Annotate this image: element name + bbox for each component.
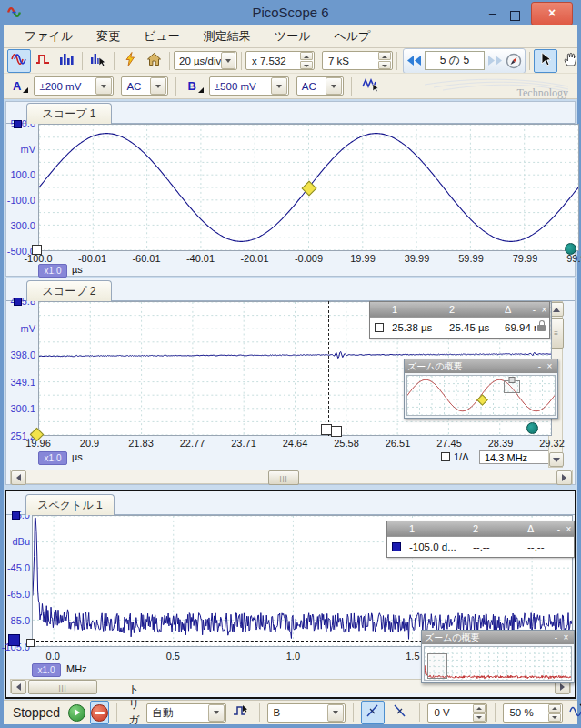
start-capture-button[interactable]: [67, 701, 86, 724]
spin-down-icon[interactable]: [378, 61, 391, 69]
spectrum-view-button[interactable]: [55, 49, 78, 73]
minimize-icon[interactable]: -: [529, 305, 539, 315]
channel-a-ruler-handle[interactable]: [14, 120, 22, 128]
channel-a-menu-arrow[interactable]: [23, 87, 28, 93]
hscroll-thumb[interactable]: |||: [268, 470, 299, 485]
next-buffer-icon[interactable]: [487, 55, 503, 66]
spin-up-icon[interactable]: [548, 704, 561, 713]
timebase-select[interactable]: 20 µs/div: [174, 51, 237, 70]
channel-b-menu-arrow[interactable]: [198, 87, 204, 93]
time-cursor-2-handle[interactable]: [331, 426, 342, 437]
buffer-position[interactable]: 5 の 5: [425, 51, 485, 70]
pointer-tool-button[interactable]: [534, 49, 557, 73]
channel-b-label[interactable]: B: [187, 79, 195, 93]
close-button[interactable]: ×: [531, 2, 573, 25]
channel-b-ruler-handle[interactable]: [12, 511, 20, 520]
scroll-down-button[interactable]: [549, 452, 564, 467]
zoom-region-rect[interactable]: [427, 653, 447, 679]
minimize-icon[interactable]: -: [551, 632, 561, 642]
channel-a-ruler-handle[interactable]: [14, 298, 22, 306]
channel-b-coupling-select[interactable]: AC: [296, 76, 344, 96]
channel-b-range-select[interactable]: ±500 mV: [209, 76, 289, 96]
spectrum-measurement-overlay[interactable]: 1 2 Δ - × -105.0 d... --.-- --.--: [386, 521, 575, 558]
zoom-region-rect[interactable]: [504, 380, 520, 393]
close-icon[interactable]: ×: [545, 361, 555, 371]
signal-generator-button[interactable]: [359, 75, 383, 98]
trigger-level-spinner[interactable]: 0 V: [427, 703, 487, 723]
hand-tool-button[interactable]: [557, 49, 577, 73]
menu-help[interactable]: ヘルプ: [322, 28, 382, 45]
maximize-button[interactable]: [506, 3, 526, 23]
tab-spectrum1[interactable]: スペクトル 1: [25, 494, 115, 515]
channel-a-coupling-select[interactable]: AC: [121, 76, 168, 96]
spectrum-zoom-badge[interactable]: x1.0: [32, 663, 61, 677]
menu-file[interactable]: ファイル: [13, 28, 85, 45]
auto-setup-button[interactable]: [118, 49, 142, 73]
time-cursor-2[interactable]: [336, 301, 336, 436]
scope-view-button[interactable]: [7, 49, 31, 73]
time-cursor-1[interactable]: [328, 301, 329, 436]
minimize-icon[interactable]: -: [554, 524, 564, 534]
minimize-icon[interactable]: -: [535, 361, 545, 371]
spin-up-icon[interactable]: [473, 704, 486, 713]
menu-tools[interactable]: ツール: [263, 28, 323, 45]
minimize-button[interactable]: –: [483, 3, 503, 23]
sample-count-spinner[interactable]: 7 kS: [322, 51, 393, 70]
scope2-zoom-overview-window[interactable]: ズームの概要 - ×: [404, 359, 558, 419]
chevron-down-icon[interactable]: [150, 77, 166, 95]
spin-down-icon[interactable]: [300, 61, 313, 69]
tab-scope2[interactable]: スコープ 2: [26, 280, 112, 301]
trigger-mode-select[interactable]: 自動: [146, 703, 226, 723]
amplitude-ruler-handle[interactable]: [8, 634, 20, 646]
spin-down-icon[interactable]: [548, 713, 561, 722]
prev-buffer-icon[interactable]: [406, 55, 422, 66]
menu-view[interactable]: ビュー: [132, 28, 192, 45]
pretrigger-spinner[interactable]: 50 %: [503, 703, 563, 723]
end-of-buffer-marker[interactable]: [526, 422, 538, 434]
chevron-down-icon[interactable]: [271, 77, 287, 95]
zoom-factor-spinner[interactable]: x 7.532: [245, 51, 315, 70]
scope2-zoom-badge[interactable]: x1.0: [38, 451, 67, 465]
close-icon[interactable]: ×: [561, 632, 571, 642]
channel-a-range-select[interactable]: ±200 mV: [34, 76, 114, 96]
trigger-source-select[interactable]: B: [267, 703, 346, 723]
chevron-down-icon[interactable]: [208, 704, 225, 722]
end-of-buffer-marker[interactable]: [565, 243, 576, 255]
titlebar[interactable]: PicoScope 6 – ×: [0, 0, 581, 25]
menu-edit[interactable]: 変更: [85, 28, 132, 45]
overview-plot[interactable]: [424, 646, 572, 681]
chevron-down-icon[interactable]: [326, 77, 342, 95]
rising-edge-button[interactable]: [361, 701, 385, 724]
custom-view-button[interactable]: [86, 49, 110, 73]
scope2-hscrollbar[interactable]: |||: [10, 470, 573, 484]
lock-icon[interactable]: [536, 325, 549, 331]
spin-down-icon[interactable]: [473, 713, 486, 722]
spin-up-icon[interactable]: [300, 52, 313, 60]
buffer-overview-icon[interactable]: [506, 53, 522, 69]
hscroll-thumb[interactable]: |||: [28, 680, 97, 694]
set-trigger-marker-button[interactable]: [566, 703, 581, 722]
channel-a-label[interactable]: A: [13, 79, 21, 93]
freq-checkbox[interactable]: [441, 452, 450, 461]
time-ruler-handle[interactable]: [32, 245, 42, 255]
scope2-measurement-overlay[interactable]: 1 2 Δ - × 25.38 µs 25.45 µs 69.94 ns: [369, 301, 550, 339]
chevron-down-icon[interactable]: [327, 704, 344, 722]
spectrum-zoom-overview-window[interactable]: ズームの概要 - ×: [421, 630, 575, 683]
home-button[interactable]: [142, 49, 165, 73]
overview-titlebar[interactable]: ズームの概要 - ×: [405, 359, 557, 373]
freq-ruler-handle[interactable]: [26, 639, 35, 647]
menu-measurements[interactable]: 測定結果: [192, 28, 263, 45]
persistence-view-button[interactable]: [31, 49, 55, 73]
scope1-zoom-badge[interactable]: x1.0: [38, 264, 67, 278]
scroll-left-button[interactable]: [11, 470, 26, 485]
falling-edge-button[interactable]: [388, 701, 412, 724]
overview-plot[interactable]: [406, 375, 556, 416]
close-icon[interactable]: ×: [539, 305, 549, 315]
stop-capture-button[interactable]: [90, 701, 109, 724]
overview-titlebar[interactable]: ズームの概要 - ×: [422, 631, 574, 644]
spin-up-icon[interactable]: [378, 52, 391, 60]
scroll-right-button[interactable]: [556, 470, 572, 485]
tab-scope1[interactable]: スコープ 1: [26, 103, 112, 124]
chevron-down-icon[interactable]: [95, 77, 112, 95]
chevron-down-icon[interactable]: [221, 52, 235, 69]
